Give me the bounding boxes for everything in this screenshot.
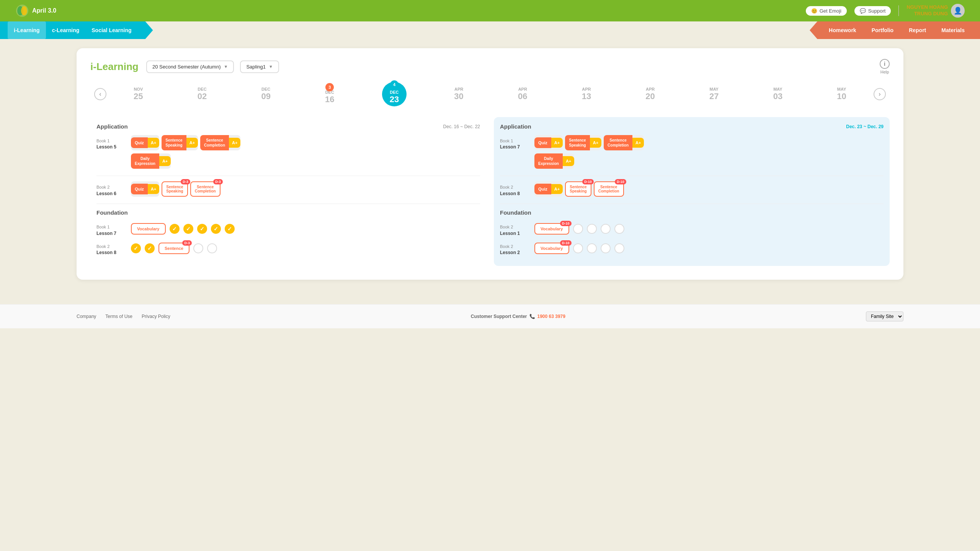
left-app-title: Application bbox=[96, 123, 128, 130]
deadline-badge-d10-ss: D-10 bbox=[582, 179, 594, 184]
sentence-speaking-btn-l5[interactable]: SentenceSpeaking A+ bbox=[162, 135, 198, 150]
nav-item-report[interactable]: Report bbox=[901, 21, 934, 39]
right-foundation-title: Foundation bbox=[500, 209, 531, 216]
check1-l7: ✓ bbox=[170, 224, 180, 234]
check5-l7: ✓ bbox=[225, 224, 235, 234]
date-apr06[interactable]: APR 06 bbox=[511, 87, 534, 101]
info-icon: i bbox=[880, 59, 890, 69]
footer-terms-link[interactable]: Terms of Use bbox=[105, 314, 132, 319]
quiz-btn-l6[interactable]: Quiz A+ bbox=[131, 181, 159, 197]
date-may27[interactable]: MAY 27 bbox=[702, 87, 725, 101]
vocabulary-btn-r-l1[interactable]: D-10 Vocabulary bbox=[534, 223, 569, 235]
vocabulary-btn-l7[interactable]: Vocabulary bbox=[131, 223, 166, 235]
nav-item-social[interactable]: Social Learning bbox=[85, 21, 137, 39]
empty3-r-l2 bbox=[601, 243, 611, 253]
left-lesson6-buttons: Quiz A+ D-3 SentenceSpeaking D-3 Sentenc… bbox=[131, 181, 220, 197]
logo-area: April 3.0 bbox=[15, 4, 56, 18]
right-week-column: Application Dec. 23 ~ Dec. 29 Book 1 Les… bbox=[494, 117, 890, 266]
right-lesson7-buttons: Quiz A+ SentenceSpeaking A+ SentenceComp… bbox=[534, 135, 644, 150]
sentence-btn-l8[interactable]: D-3 Sentence bbox=[158, 243, 189, 254]
left-lesson5-label: Book 1 Lesson 5 bbox=[96, 135, 127, 150]
daily-expression-btn-r-l7[interactable]: DailyExpression A+ bbox=[534, 153, 574, 169]
deadline-badge-d3-ss: D-3 bbox=[181, 179, 190, 184]
sentence-speaking-btn-r-l7[interactable]: SentenceSpeaking A+ bbox=[565, 135, 601, 150]
page-title: i-Learning bbox=[90, 61, 140, 73]
sentence-speaking-outline-r-l8[interactable]: D-10 SentenceSpeaking bbox=[565, 181, 591, 197]
left-week-column: Application Dec. 16 ~ Dec. 22 Book 1 Les… bbox=[90, 117, 486, 266]
date-may10[interactable]: MAY 10 bbox=[830, 87, 853, 101]
date-dec16[interactable]: 3 DEC 16 bbox=[318, 84, 341, 104]
footer-support: Customer Support Center 📞 1900 63 3979 bbox=[471, 314, 565, 319]
chat-icon: 💬 bbox=[860, 8, 866, 14]
nav-item-ilearning[interactable]: i-Learning bbox=[8, 21, 46, 39]
date-may03[interactable]: MAY 03 bbox=[766, 87, 789, 101]
left-foundation-lesson8-label: Book 2 Lesson 8 bbox=[96, 241, 127, 256]
date-apr13[interactable]: APR 13 bbox=[575, 87, 598, 101]
date-dec23[interactable]: 4 DEC 23 bbox=[382, 82, 407, 106]
footer-site: Family Site bbox=[866, 311, 903, 321]
right-lesson7-label2 bbox=[500, 153, 531, 156]
get-emoji-button[interactable]: 😊 Get Emoji bbox=[806, 6, 847, 16]
left-lesson5-row2: DailyExpression A+ bbox=[96, 153, 480, 169]
quiz-btn-r-l8[interactable]: Quiz A+ bbox=[534, 181, 563, 197]
badge-4: 4 bbox=[390, 80, 399, 89]
svg-point-2 bbox=[21, 6, 27, 15]
divider bbox=[898, 5, 899, 16]
quiz-btn-r-l7[interactable]: Quiz A+ bbox=[534, 135, 563, 150]
empty1-l8 bbox=[193, 243, 203, 253]
user-area: NGUYEN HOANG TRUNG DUNG 👤 bbox=[906, 4, 965, 18]
right-lesson7-section: Book 1 Lesson 7 Quiz A+ SentenceSpeaking… bbox=[500, 135, 884, 169]
date-dec02[interactable]: DEC 02 bbox=[191, 87, 214, 101]
right-foundation-lesson1-row: Book 2 Lesson 1 D-10 Vocabulary bbox=[500, 221, 884, 236]
logo-icon bbox=[15, 4, 29, 18]
left-foundation-section: Foundation Book 1 Lesson 7 Vocabulary ✓ … bbox=[96, 209, 480, 256]
avatar: 👤 bbox=[951, 4, 965, 18]
next-arrow[interactable]: › bbox=[874, 88, 886, 100]
family-site-select[interactable]: Family Site bbox=[866, 311, 903, 321]
nav-item-clearning[interactable]: c-Learning bbox=[46, 21, 86, 39]
sentence-completion-btn-r-l7[interactable]: SentenceCompletion A+ bbox=[604, 135, 644, 150]
chevron-down-icon-2: ▼ bbox=[269, 64, 273, 69]
footer-privacy-link[interactable]: Privacy Policy bbox=[142, 314, 170, 319]
top-header: April 3.0 😊 Get Emoji 💬 Support NGUYEN H… bbox=[0, 0, 980, 21]
daily-expression-btn-l5[interactable]: DailyExpression A+ bbox=[131, 153, 171, 169]
left-foundation-lesson8-row: Book 2 Lesson 8 ✓ ✓ D-3 Sentence bbox=[96, 241, 480, 256]
prev-arrow[interactable]: ‹ bbox=[94, 88, 106, 100]
date-navigator: ‹ NOV 25 DEC 02 DEC 09 3 bbox=[90, 82, 890, 106]
right-lesson7-buttons2: DailyExpression A+ bbox=[534, 153, 574, 169]
emoji-icon: 😊 bbox=[811, 8, 817, 14]
check2-l8: ✓ bbox=[145, 243, 155, 253]
support-label: Support bbox=[868, 8, 886, 14]
date-dec09[interactable]: DEC 09 bbox=[255, 87, 278, 101]
sentence-completion-outline-l6[interactable]: D-3 SentenceCompletion bbox=[190, 181, 220, 197]
header-right: 😊 Get Emoji 💬 Support NGUYEN HOANG TRUNG… bbox=[806, 4, 965, 18]
nav-item-portfolio[interactable]: Portfolio bbox=[864, 21, 902, 39]
nav-item-materials[interactable]: Materials bbox=[934, 21, 972, 39]
check1-l8: ✓ bbox=[131, 243, 141, 253]
help-button[interactable]: i Help bbox=[880, 59, 890, 74]
empty2-r-l2 bbox=[587, 243, 597, 253]
main-content: i-Learning 20 Second Semester (Autumn) ▼… bbox=[0, 39, 980, 289]
footer: Company Terms of Use Privacy Policy Cust… bbox=[0, 304, 980, 328]
nav-item-homework[interactable]: Homework bbox=[821, 21, 864, 39]
check4-l7: ✓ bbox=[211, 224, 221, 234]
right-lesson8-row: Book 2 Lesson 8 Quiz A+ D-10 SentenceSpe… bbox=[500, 181, 884, 197]
footer-company-link[interactable]: Company bbox=[77, 314, 96, 319]
support-button[interactable]: 💬 Support bbox=[854, 6, 891, 16]
date-nov25[interactable]: NOV 25 bbox=[127, 87, 150, 101]
date-apr20[interactable]: APR 20 bbox=[639, 87, 662, 101]
empty1-r-l1 bbox=[573, 224, 583, 234]
quiz-btn-l5[interactable]: Quiz A+ bbox=[131, 135, 159, 150]
right-foundation-lesson1-label: Book 2 Lesson 1 bbox=[500, 221, 531, 236]
phone-icon: 📞 bbox=[529, 314, 535, 319]
vocabulary-btn-r-l2[interactable]: D-10 Vocabulary bbox=[534, 243, 569, 254]
sentence-speaking-outline-l6[interactable]: D-3 SentenceSpeaking bbox=[162, 181, 188, 197]
sentence-completion-outline-r-l8[interactable]: D-10 SentenceCompletion bbox=[594, 181, 624, 197]
sentence-completion-btn-l5[interactable]: SentenceCompletion A+ bbox=[200, 135, 240, 150]
date-apr30[interactable]: APR 30 bbox=[448, 87, 470, 101]
empty1-r-l2 bbox=[573, 243, 583, 253]
left-lesson5-section: Book 1 Lesson 5 Quiz A+ SentenceSpeaking… bbox=[96, 135, 480, 169]
left-lesson6-section: Book 2 Lesson 6 Quiz A+ D-3 SentenceSpea… bbox=[96, 181, 480, 197]
class-dropdown[interactable]: Sapling1 ▼ bbox=[240, 60, 279, 73]
semester-dropdown[interactable]: 20 Second Semester (Autumn) ▼ bbox=[146, 60, 234, 73]
